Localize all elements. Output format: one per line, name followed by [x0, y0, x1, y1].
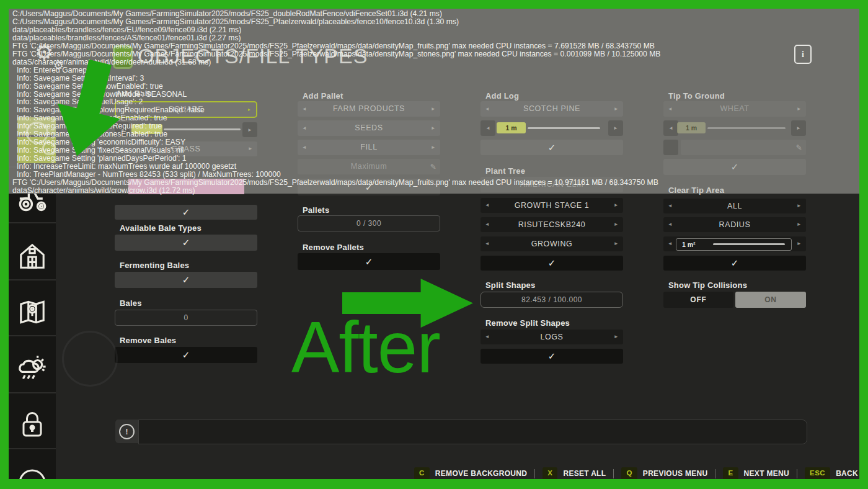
chevron-left-icon[interactable]: ◄	[480, 334, 494, 339]
checkmark-icon: ✓	[548, 351, 556, 362]
plant-tree-confirm-button[interactable]: ✓	[480, 256, 623, 271]
divider	[9, 335, 56, 336]
chevron-left-icon[interactable]: ◄	[480, 241, 494, 246]
hotkey-key-badge[interactable]: C	[414, 467, 430, 480]
plant-tree-variant-select[interactable]: ◄ RISUTECSKB240 ►	[480, 217, 623, 232]
game-screen: ✓ Available Bale Types ✓ Fermenting Bale…	[0, 0, 868, 489]
tip-collisions-off-button[interactable]: OFF	[663, 292, 733, 308]
remove-bales-button[interactable]: ✓	[115, 347, 257, 363]
chevron-right-icon[interactable]: ►	[609, 334, 623, 339]
hotkey-label: RESET ALL	[563, 470, 606, 477]
plant-tree-stage-value: GROWTH STAGE 1	[494, 202, 609, 210]
clear-tip-scope-select[interactable]: ◄ ALL ►	[663, 199, 806, 213]
checkmark-icon: ✓	[182, 237, 190, 248]
chevron-right-icon[interactable]: ►	[792, 204, 806, 209]
split-shapes-label: Split Shapes	[485, 280, 535, 290]
pencil-icon[interactable]: ✎	[792, 144, 806, 151]
plant-tree-state-select[interactable]: ◄ GROWING ►	[480, 236, 623, 251]
sidebar-item-lock[interactable]	[17, 409, 48, 440]
hotkey-key-badge[interactable]: E	[723, 467, 738, 480]
console-log-line: Info: Savegame Setting 'snowEnabled': tr…	[12, 83, 756, 91]
remove-split-shapes-button[interactable]: ✓	[480, 349, 623, 364]
divider	[9, 448, 56, 449]
checkmark-icon: ✓	[731, 258, 739, 269]
hotkey-q[interactable]: QPREVIOUS MENU	[621, 467, 707, 480]
notification-icon-box: !	[115, 419, 138, 443]
chevron-right-icon[interactable]: ►	[792, 222, 806, 227]
hotkey-divider	[534, 469, 535, 478]
available-bale-types-button[interactable]: ✓	[115, 235, 257, 251]
console-log-line: data/placeables/brandless/fences/AS/fenc…	[12, 34, 756, 42]
fermenting-bales-button[interactable]: ✓	[115, 272, 257, 288]
amount-increase-button[interactable]: ►	[791, 120, 806, 136]
chevron-left-icon[interactable]: ◄	[480, 203, 494, 208]
divider	[9, 392, 56, 393]
chevron-left-icon[interactable]: ◄	[663, 222, 677, 227]
chevron-right-icon[interactable]: ►	[609, 241, 623, 246]
checkmark-icon: ✓	[182, 349, 190, 361]
hotkey-divider	[613, 469, 614, 478]
checkmark-icon: ✓	[365, 256, 373, 267]
hotkey-key-badge[interactable]: X	[542, 467, 557, 480]
chevron-right-icon[interactable]: ►	[609, 222, 623, 227]
chevron-left-icon[interactable]: ◄	[663, 204, 677, 209]
remove-split-shapes-label: Remove Split Shapes	[485, 318, 570, 328]
notification-bar	[138, 419, 807, 444]
console-log-line: Info: Entered Gameplay	[12, 66, 756, 74]
show-tip-collisions-label: Show Tip Collisions	[668, 280, 747, 290]
remove-pallets-button[interactable]: ✓	[298, 253, 440, 270]
info-icon[interactable]: i	[794, 45, 812, 64]
pallets-count: 0 / 300	[298, 215, 440, 231]
chevron-right-icon[interactable]: ►	[792, 107, 806, 112]
plant-tree-state-value: GROWING	[494, 240, 609, 248]
clear-tip-scope-value: ALL	[677, 202, 792, 210]
hotkey-key-badge[interactable]: Q	[621, 467, 637, 480]
clear-tip-mode-select[interactable]: ◄ RADIUS ►	[663, 217, 806, 232]
remove-pallets-label: Remove Pallets	[303, 243, 364, 253]
hotkey-c[interactable]: CREMOVE BACKGROUND	[414, 467, 527, 480]
bales-label: Bales	[120, 298, 142, 308]
weather-icon	[16, 352, 49, 385]
hotkey-x[interactable]: XRESET ALL	[542, 467, 606, 480]
plant-tree-variant-value: RISUTECSKB240	[494, 221, 609, 229]
console-log-line: C:/Users/Maggus/Documents/My Games/Farmi…	[12, 10, 756, 18]
hotkey-divider	[715, 469, 715, 478]
sidebar-item-weather[interactable]	[16, 352, 49, 385]
chevron-left-icon[interactable]: ◄	[663, 241, 677, 246]
remove-split-shapes-mode-value: LOGS	[494, 333, 609, 341]
hotkey-label: BACK	[836, 470, 858, 477]
hotkey-key-badge[interactable]: ESC	[805, 467, 830, 480]
frame-top	[0, 0, 868, 9]
checkmark-icon: ✓	[548, 258, 556, 269]
sidebar-item-farm[interactable]	[16, 240, 48, 272]
split-shapes-count: 82.453 / 100.000	[480, 292, 623, 308]
watermark-ring	[62, 331, 118, 387]
tip-collisions-on-button[interactable]: ON	[735, 292, 806, 308]
divider	[9, 279, 56, 280]
console-log-line: dataS/character/animals/wild/crow/crow.i…	[12, 187, 756, 195]
barn-icon	[16, 240, 48, 272]
checkmark-icon: ✓	[182, 207, 190, 218]
console-log: C:/Users/Maggus/Documents/My Games/Farmi…	[12, 10, 756, 195]
hotkey-label: NEXT MENU	[744, 470, 789, 477]
plant-tree-stage-select[interactable]: ◄ GROWTH STAGE 1 ►	[480, 198, 623, 213]
chevron-left-icon[interactable]: ◄	[480, 222, 494, 227]
hotkey-divider	[797, 469, 797, 478]
annotation-after-label: After	[291, 312, 440, 384]
add-bale-confirm-button[interactable]: ✓	[115, 205, 257, 220]
console-log-line: data/placeables/brandless/fences/EU/fenc…	[12, 26, 756, 34]
hotkey-e[interactable]: ENEXT MENU	[723, 467, 789, 480]
sidebar-item-map[interactable]	[16, 296, 48, 328]
frame-bottom	[0, 479, 868, 489]
remove-split-shapes-mode-select[interactable]: ◄ LOGS ►	[480, 330, 623, 344]
frame-left	[0, 0, 9, 489]
chevron-right-icon[interactable]: ►	[609, 203, 623, 208]
clear-tip-mode-value: RADIUS	[677, 221, 792, 229]
available-bale-types-label: Available Bale Types	[120, 223, 202, 233]
hotkey-esc[interactable]: ESCBACK	[805, 467, 858, 480]
chevron-right-icon[interactable]: ►	[792, 241, 806, 246]
divider	[9, 222, 56, 223]
clear-tip-radius-box[interactable]: 1 m²	[676, 238, 792, 251]
clear-tip-confirm-button[interactable]: ✓	[663, 256, 806, 271]
frame-right	[859, 0, 868, 489]
